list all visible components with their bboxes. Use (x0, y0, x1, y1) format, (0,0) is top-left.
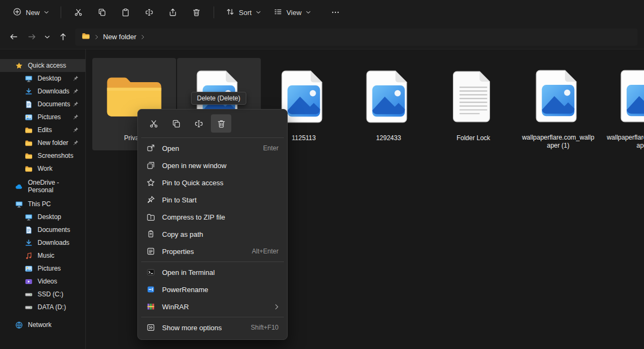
pushpin-icon (147, 195, 156, 204)
file-tile-folder-lock[interactable]: Folder Lock (431, 58, 515, 150)
up-button[interactable] (54, 29, 72, 45)
menu-item-show-more-options[interactable]: Show more options Shift+F10 (140, 319, 285, 336)
sidebar-item-desktop-pc[interactable]: Desktop (0, 210, 85, 223)
back-button[interactable] (4, 29, 23, 45)
folder-icon (82, 32, 90, 42)
chevron-right-icon (141, 34, 144, 40)
folder-icon (25, 152, 33, 160)
star-icon (15, 62, 23, 70)
context-menu-quick-actions (140, 112, 285, 136)
sidebar-item-screenshots[interactable]: Screenshots (0, 149, 85, 162)
new-button[interactable]: New (8, 4, 54, 21)
drive-icon (25, 303, 33, 311)
desktop-icon (25, 75, 33, 83)
navigation-pane: Quick access Desktop Downloads Documents… (0, 49, 86, 349)
menu-separator (141, 137, 284, 138)
copy-button[interactable] (91, 4, 113, 20)
breadcrumb-segment[interactable]: New folder (103, 33, 136, 41)
context-menu: Open Enter Open in new window Pin to Qui… (137, 109, 288, 340)
pin-icon (72, 114, 79, 120)
folder-icon (25, 165, 33, 173)
pin-icon (72, 101, 79, 107)
sidebar-item-desktop[interactable]: Desktop (0, 72, 85, 85)
menu-item-pin-to-start[interactable]: Pin to Start (140, 191, 285, 208)
sidebar-item-documents[interactable]: Documents (0, 98, 85, 111)
view-button[interactable]: View (268, 4, 316, 21)
file-tile-wallpaperflare-2[interactable]: wallpaperflare.com_wallpaper (601, 58, 644, 150)
toolbar-separator (214, 6, 214, 18)
menu-item-powerrename[interactable]: PowerRename (140, 281, 285, 298)
image-file-icon (536, 61, 581, 132)
file-tile-1292433[interactable]: 1292433 (347, 58, 430, 150)
sidebar-item-edits[interactable]: Edits (0, 123, 85, 136)
sidebar-item-pictures[interactable]: Pictures (0, 111, 85, 123)
rename-button[interactable] (138, 4, 160, 20)
documents-icon (25, 100, 33, 108)
sidebar-item-videos[interactable]: Videos (0, 275, 85, 288)
chevron-down-icon (44, 11, 49, 14)
sidebar-item-onedrive[interactable]: OneDrive - Personal (0, 180, 85, 193)
menu-item-open-in-terminal[interactable]: Open in Terminal (140, 264, 285, 281)
sidebar-item-network[interactable]: Network (0, 318, 85, 331)
breadcrumb-bar[interactable]: New folder (75, 28, 638, 46)
zip-folder-icon (147, 213, 156, 221)
sidebar-item-documents-pc[interactable]: Documents (0, 223, 85, 236)
quick-rename-button[interactable] (188, 114, 209, 133)
sidebar-item-data-d[interactable]: DATA (D:) (0, 301, 85, 314)
folder-icon (25, 126, 33, 134)
share-button[interactable] (162, 4, 184, 20)
pin-icon (72, 127, 79, 133)
sidebar-item-pictures-pc[interactable]: Pictures (0, 262, 85, 275)
menu-item-compress-zip[interactable]: Compress to ZIP file (140, 208, 285, 226)
sidebar-item-quick-access[interactable]: Quick access (0, 59, 85, 72)
plus-icon (13, 8, 21, 18)
menu-item-winrar[interactable]: WinRAR (140, 298, 285, 315)
winrar-icon (147, 302, 156, 311)
menu-item-properties[interactable]: Properties Alt+Enter (140, 243, 285, 260)
pin-icon (72, 140, 79, 146)
network-icon (15, 321, 23, 329)
desktop-icon (25, 213, 33, 221)
paste-button[interactable] (115, 4, 136, 20)
sidebar-item-work[interactable]: Work (0, 162, 85, 175)
view-icon (274, 8, 282, 18)
image-file-icon (366, 61, 411, 132)
file-tile-wallpaperflare-1[interactable]: wallpaperflare.com_wallpaper (1) (516, 58, 600, 150)
delete-tooltip: Delete (Delete) (191, 92, 246, 105)
star-outline-icon (147, 178, 156, 187)
quick-delete-button[interactable] (211, 114, 231, 133)
delete-button[interactable] (186, 4, 207, 20)
sidebar-item-new-folder[interactable]: New folder (0, 136, 85, 149)
sidebar-item-downloads-pc[interactable]: Downloads (0, 236, 85, 249)
menu-item-open[interactable]: Open Enter (140, 140, 285, 157)
document-icon (452, 61, 494, 132)
menu-item-pin-quick-access[interactable]: Pin to Quick access (140, 174, 285, 191)
new-button-label: New (26, 9, 40, 17)
sidebar-item-this-pc[interactable]: This PC (0, 198, 85, 210)
submenu-chevron-icon (275, 304, 279, 310)
recent-locations-button[interactable] (41, 29, 54, 45)
sidebar-item-music[interactable]: Music (0, 249, 85, 262)
sidebar-item-ssd-c[interactable]: SSD (C:) (0, 288, 85, 301)
quick-copy-button[interactable] (166, 114, 186, 133)
drive-icon (25, 290, 33, 299)
forward-button[interactable] (23, 29, 41, 45)
powerrename-icon (147, 285, 156, 294)
more-options-button[interactable] (325, 4, 346, 20)
menu-separator (141, 261, 284, 262)
documents-icon (25, 226, 33, 234)
toolbar-separator (61, 6, 61, 18)
pictures-icon (25, 265, 33, 273)
menu-item-copy-as-path[interactable]: Copy as path (140, 226, 285, 243)
cut-button[interactable] (68, 4, 89, 20)
menu-item-open-new-window[interactable]: Open in new window (140, 157, 285, 174)
image-file-icon (620, 61, 644, 132)
videos-icon (25, 278, 33, 286)
cloud-icon (15, 183, 23, 191)
quick-cut-button[interactable] (143, 114, 164, 133)
sidebar-item-downloads[interactable]: Downloads (0, 85, 85, 98)
properties-icon (147, 247, 156, 256)
menu-separator (141, 317, 284, 317)
sort-button[interactable]: Sort (221, 4, 266, 21)
pin-icon (72, 75, 79, 82)
